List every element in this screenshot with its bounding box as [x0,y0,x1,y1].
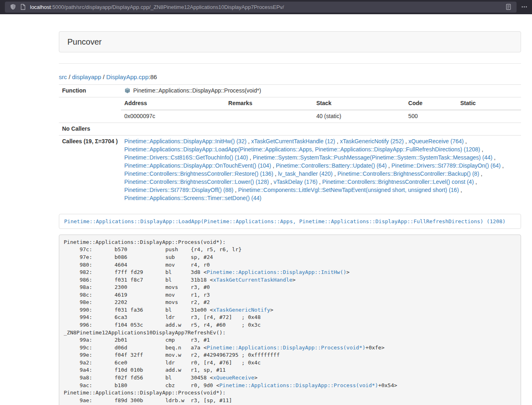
callee-link[interactable]: Pinetime::Applications::DisplayApp::Init… [124,138,246,144]
stats-value-address: 0x0000097c [121,110,225,123]
stats-cell: Address Remarks Stack Code Static 0x0000… [121,97,521,123]
divider [59,63,521,64]
url-host: localhost [30,4,51,10]
code-symbol-link[interactable]: Pinetime::Applications::DisplayApp::Proc… [220,382,378,388]
callees-list: Pinetime::Applications::DisplayApp::Init… [121,135,521,204]
function-row: Function Pinetime::Applications::Display… [59,85,521,97]
callee-link[interactable]: xTaskGenericNotify (252) [340,138,404,144]
callee-link[interactable]: Pinetime::Controllers::BrightnessControl… [337,170,479,177]
no-callers-row: No Callers [59,123,521,135]
callee-link[interactable]: Pinetime::Components::LittleVgl::SetNewT… [238,187,459,193]
callee-link[interactable]: Pinetime::Controllers::Battery::Update()… [276,162,387,169]
breadcrumb-separator: / [67,73,72,80]
breadcrumb-src-link[interactable]: src [59,73,67,80]
callee-link[interactable]: Pinetime::Drivers::St7789::DisplayOn() (… [392,162,501,169]
function-cell: Pinetime::Applications::DisplayApp::Proc… [121,85,521,97]
page-container: Puncover src / displayapp / DisplayApp.c… [59,14,521,405]
symbol-snippet-link[interactable]: Pinetime::Applications::DisplayApp::Load… [64,218,506,224]
overflow-menu-icon[interactable] [517,0,532,14]
stats-row: Address Remarks Stack Code Static 0x0000… [59,97,521,123]
stats-header-address: Address [121,97,225,110]
page-info-icon[interactable] [18,2,28,12]
stats-value-remarks [225,110,313,123]
callee-link[interactable]: xQueueReceive (764) [409,138,464,144]
symbol-snippet-panel: Pinetime::Applications::DisplayApp::Load… [59,214,521,229]
code-symbol-link[interactable]: xTaskGenericNotify [213,307,270,313]
callee-link[interactable]: Pinetime::Applications::DisplayApp::OnTo… [124,162,271,169]
stats-value-stack: 40 (static) [313,110,405,123]
code-symbol-link[interactable]: xQueueReceive [213,375,254,381]
stats-header-stack: Stack [313,97,405,110]
code-symbol-link[interactable]: Pinetime::Applications::DisplayApp::Init… [207,269,346,275]
callee-link[interactable]: Pinetime::Drivers::Cst816S::GetTouchInfo… [124,154,248,161]
stats-row-label [59,97,121,123]
callee-link[interactable]: Pinetime::Controllers::BrightnessControl… [124,179,269,185]
stats-header-static: Static [457,97,521,110]
disassembly: Pinetime::Applications::DisplayApp::Proc… [59,235,521,405]
callee-link[interactable]: Pinetime::Drivers::St7789::DisplayOff() … [124,187,233,193]
reader-view-icon[interactable] [504,2,513,12]
callee-link[interactable]: lv_task_handler (420) [278,170,333,177]
url-text: localhost:5000/path/src/displayapp/Displ… [30,4,504,10]
breadcrumb-file-link[interactable]: DisplayApp.cpp [106,73,149,80]
stats-value-code: 500 [405,110,457,123]
app-title: Puncover [67,37,102,46]
stats-value-row: 0x0000097c 40 (static) 500 [121,110,521,123]
no-callers-label: No Callers [59,123,121,135]
breadcrumb-line-number: :86 [149,73,157,80]
code-symbol-link[interactable]: Pinetime::Applications::DisplayApp::Proc… [207,345,365,351]
no-callers-cell [121,123,521,135]
browser-toolbar: localhost:5000/path/src/displayapp/Displ… [0,0,532,14]
code-symbol-link[interactable]: xTaskGetCurrentTaskHandle [213,277,293,283]
stats-header-row: Address Remarks Stack Code Static [121,97,521,110]
url-path: :5000/path/src/displayapp/DisplayApp.cpp… [51,4,284,10]
breadcrumb: src / displayapp / DisplayApp.cpp:86 [59,73,521,80]
callee-link[interactable]: Pinetime::Applications::Screens::Timer::… [124,195,261,201]
url-bar[interactable]: localhost:5000/path/src/displayapp/Displ… [5,2,517,13]
callees-row: Callees (19, Σ=3704 ) Pinetime::Applicat… [59,135,521,204]
function-row-label: Function [59,85,121,97]
breadcrumb-separator: / [101,73,106,80]
stats-table: Address Remarks Stack Code Static 0x0000… [121,97,521,123]
stats-header-code: Code [405,97,457,110]
callee-link[interactable]: Pinetime::Controllers::BrightnessControl… [124,170,273,177]
function-table: Function Pinetime::Applications::Display… [59,84,521,205]
stats-value-static [457,110,521,123]
callee-link[interactable]: Pinetime::Controllers::BrightnessControl… [322,179,474,185]
callee-link[interactable]: xTaskGetCurrentTaskHandle (12) [251,138,335,144]
symbol-type-icon [124,87,131,94]
callee-link[interactable]: vTaskDelay (176) [274,179,317,185]
callees-label: Callees (19, Σ=3704 ) [59,135,121,204]
callee-link[interactable]: Pinetime::System::SystemTask::PushMessag… [253,154,493,161]
function-name: Pinetime::Applications::DisplayApp::Proc… [133,87,261,94]
breadcrumb-displayapp-link[interactable]: displayapp [72,73,101,80]
stats-header-remarks: Remarks [225,97,313,110]
tracking-shield-icon[interactable] [8,2,18,12]
callee-link[interactable]: Pinetime::Applications::DisplayApp::Load… [124,146,480,153]
app-header-panel: Puncover [59,31,521,52]
